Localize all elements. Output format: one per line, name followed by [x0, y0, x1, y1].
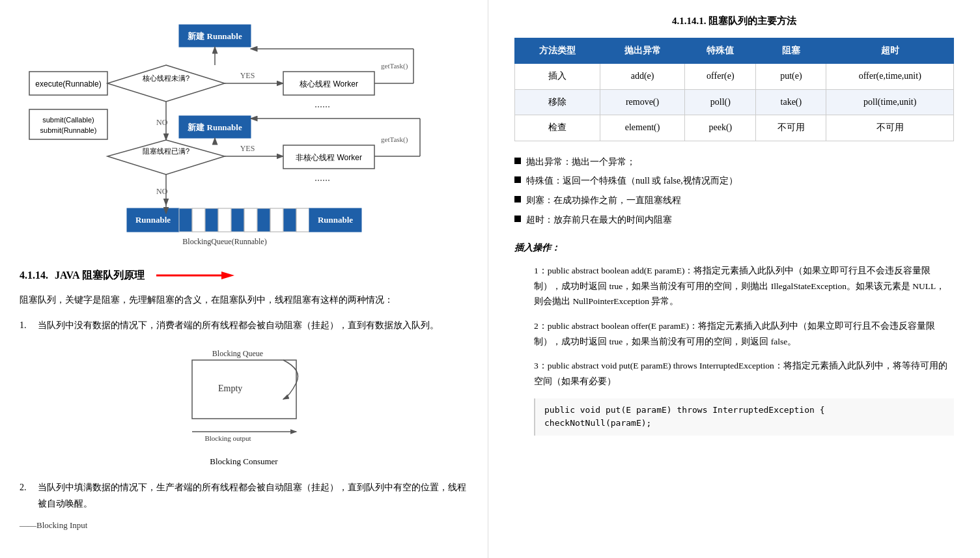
svg-rect-40	[179, 208, 192, 232]
bullet-icon-0	[514, 158, 521, 164]
svg-text:getTask(): getTask()	[381, 62, 408, 70]
svg-text:YES: YES	[240, 71, 255, 80]
svg-text:YES: YES	[240, 144, 255, 153]
bullet-list: 抛出异常：抛出一个异常； 特殊值：返回一个特殊值（null 或 false,视情…	[514, 154, 954, 228]
svg-rect-44	[231, 208, 244, 232]
table-row: 移除 remove() poll() take() poll(time,unit…	[515, 89, 954, 115]
list-text-1: 当队列中没有数据的情况下，消费者端的所有线程都会被自动阻塞（挂起），直到有数据放…	[38, 317, 468, 333]
cell-insert-type: 插入	[515, 64, 600, 89]
svg-text:Runnable: Runnable	[135, 215, 170, 225]
svg-rect-57	[192, 360, 296, 419]
bullet-text-0: 抛出异常：抛出一个异常；	[526, 154, 636, 170]
bq-diagram-svg: Empty Blocking Queue Blocking output	[153, 344, 335, 448]
code-line-1: public void put(E paramE) throws Interru…	[544, 405, 824, 415]
list-text-2: 当队列中填满数据的情况下，生产者端的所有线程都会被自动阻塞（挂起），直到队列中有…	[38, 479, 468, 512]
svg-rect-47	[270, 208, 283, 232]
col-throw-exception: 抛出异常	[600, 38, 685, 64]
bullet-text-3: 超时：放弃前只在最大的时间内阻塞	[526, 212, 672, 228]
red-arrow-icon	[156, 270, 234, 281]
list-item-1: 1. 当队列中没有数据的情况下，消费者端的所有线程都会被自动阻塞（挂起），直到有…	[20, 317, 468, 333]
svg-rect-41	[192, 208, 205, 232]
bullet-item-0: 抛出异常：抛出一个异常；	[514, 154, 954, 170]
svg-text:NO: NO	[156, 118, 168, 127]
bullet-icon-1	[514, 176, 521, 183]
cell-check-timeout: 不可用	[826, 115, 954, 141]
svg-rect-43	[218, 208, 231, 232]
cell-check-type: 检查	[515, 115, 600, 141]
cell-remove-block: take()	[756, 89, 826, 115]
svg-rect-49	[296, 208, 309, 232]
svg-text:新建 Runnable: 新建 Runnable	[188, 122, 242, 132]
op-text-1: public abstract boolean add(E paramE)：将指…	[534, 266, 945, 306]
methods-table: 方法类型 抛出异常 特殊值 阻塞 超时 插入 add(e) offer(e) p…	[514, 38, 954, 141]
section-heading: JAVA 阻塞队列原理	[55, 267, 145, 284]
blocking-consumer-diagram: Empty Blocking Queue Blocking output Blo…	[147, 344, 342, 469]
svg-text:Blocking Queue: Blocking Queue	[212, 349, 262, 358]
cell-remove-throw: remove()	[600, 89, 685, 115]
list-num-1: 1.	[20, 317, 33, 333]
cell-remove-type: 移除	[515, 89, 600, 115]
col-timeout: 超时	[826, 38, 954, 64]
right-panel: 4.1.14.1. 阻塞队列的主要方法 方法类型 抛出异常 特殊值 阻塞 超时 …	[488, 0, 980, 558]
op-item-1: 1：public abstract boolean add(E paramE)：…	[514, 263, 954, 309]
left-panel: execute(Runnable) 核心线程未满? submit(Callabl…	[0, 0, 488, 558]
svg-rect-45	[244, 208, 257, 232]
bullet-item-3: 超时：放弃前只在最大的时间内阻塞	[514, 212, 954, 228]
col-method-type: 方法类型	[515, 38, 600, 64]
flowchart-svg: execute(Runnable) 核心线程未满? submit(Callabl…	[23, 13, 466, 254]
col-block: 阻塞	[756, 38, 826, 64]
svg-rect-5	[29, 109, 107, 139]
svg-text:execute(Runnable): execute(Runnable)	[35, 79, 101, 89]
bullet-text-2: 则塞：在成功操作之前，一直阻塞线程	[526, 193, 681, 208]
list-num-2: 2.	[20, 479, 33, 512]
insert-op-title: 插入操作：	[514, 241, 954, 255]
bullet-item-1: 特殊值：返回一个特殊值（null 或 false,视情况而定）	[514, 173, 954, 189]
svg-text:getTask(): getTask()	[381, 135, 408, 144]
op-text-3: public abstract void put(E paramE) throw…	[534, 361, 947, 386]
code-line-2: checkNotNull(paramE);	[544, 418, 651, 428]
svg-text:submit(Runnable): submit(Runnable)	[40, 126, 96, 134]
cell-check-special: peek()	[685, 115, 756, 141]
bullet-text-1: 特殊值：返回一个特殊值（null 或 false,视情况而定）	[526, 173, 738, 189]
list-item-2: 2. 当队列中填满数据的情况下，生产者端的所有线程都会被自动阻塞（挂起），直到队…	[20, 479, 468, 512]
cell-insert-throw: add(e)	[600, 64, 685, 89]
bullet-icon-3	[514, 216, 521, 222]
cell-insert-timeout: offer(e,time,unit)	[826, 64, 954, 89]
cell-check-block: 不可用	[756, 115, 826, 141]
svg-rect-48	[283, 208, 296, 232]
bullet-icon-2	[514, 196, 521, 202]
cell-remove-special: poll()	[685, 89, 756, 115]
svg-rect-46	[257, 208, 270, 232]
cell-remove-timeout: poll(time,unit)	[826, 89, 954, 115]
svg-text:核心线程未满?: 核心线程未满?	[141, 74, 189, 82]
svg-text:Empty: Empty	[218, 384, 242, 393]
svg-text:......: ......	[315, 98, 330, 109]
op-item-3: 3：public abstract void put(E paramE) thr…	[514, 358, 954, 389]
section-title: 4.1.14. JAVA 阻塞队列原理	[20, 267, 468, 284]
svg-text:BlockingQueue(Runnable): BlockingQueue(Runnable)	[182, 237, 266, 246]
svg-text:......: ......	[315, 172, 330, 183]
op-text-2: public abstract boolean offer(E paramE)：…	[534, 321, 935, 346]
cell-insert-block: put(e)	[756, 64, 826, 89]
bullet-item-2: 则塞：在成功操作之前，一直阻塞线程	[514, 193, 954, 208]
flowchart-container: execute(Runnable) 核心线程未满? submit(Callabl…	[23, 13, 466, 254]
code-block: public void put(E paramE) throws Interru…	[534, 398, 954, 436]
svg-text:Runnable: Runnable	[317, 215, 352, 225]
svg-marker-3	[107, 65, 225, 102]
table-header-row: 方法类型 抛出异常 特殊值 阻塞 超时	[515, 38, 954, 64]
col-special-value: 特殊值	[685, 38, 756, 64]
svg-text:核心线程 Worker: 核心线程 Worker	[299, 79, 358, 89]
svg-marker-56	[221, 272, 234, 279]
svg-text:NO: NO	[156, 187, 168, 196]
svg-marker-22	[107, 140, 225, 174]
cell-insert-special: offer(e)	[685, 64, 756, 89]
svg-text:submit(Callable): submit(Callable)	[42, 116, 94, 124]
cell-check-throw: element()	[600, 115, 685, 141]
table-row: 检查 element() peek() 不可用 不可用	[515, 115, 954, 141]
op-item-2: 2：public abstract boolean offer(E paramE…	[514, 318, 954, 349]
svg-text:阻塞线程已满?: 阻塞线程已满?	[142, 147, 189, 155]
table-row: 插入 add(e) offer(e) put(e) offer(e,time,u…	[515, 64, 954, 89]
svg-rect-42	[205, 208, 218, 232]
blocking-consumer-label: Blocking Consumer	[147, 455, 342, 469]
blocking-input-label: ——Blocking Input	[20, 519, 468, 533]
